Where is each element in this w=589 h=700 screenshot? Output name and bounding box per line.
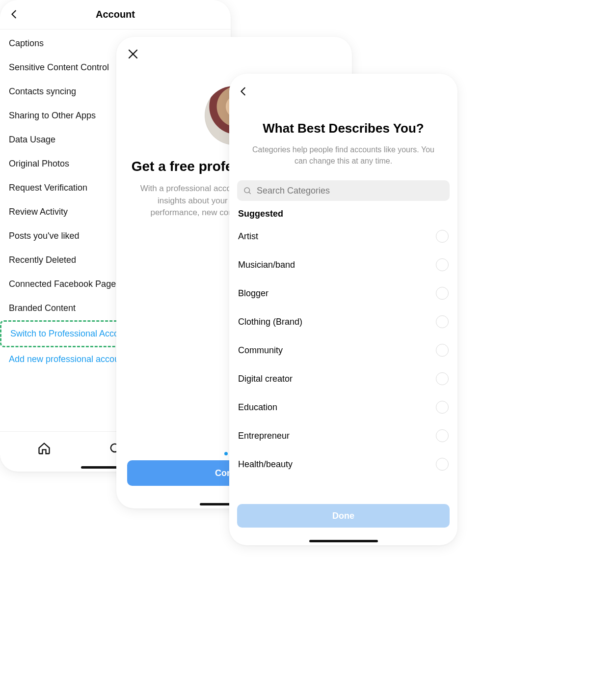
radio-icon[interactable] — [436, 344, 449, 357]
category-option[interactable]: Health/beauty — [238, 450, 449, 478]
back-icon[interactable] — [238, 84, 249, 99]
category-option[interactable]: Clothing (Brand) — [238, 308, 449, 336]
category-label: Digital creator — [238, 374, 293, 384]
category-label: Education — [238, 402, 277, 413]
category-list: Artist Musician/band Blogger Clothing (B… — [229, 222, 457, 478]
close-icon[interactable] — [127, 48, 139, 62]
search-icon — [243, 186, 252, 195]
search-input[interactable] — [256, 185, 444, 196]
radio-icon[interactable] — [436, 258, 449, 271]
category-heading: What Best Describes You? — [229, 121, 457, 136]
category-label: Musician/band — [238, 260, 295, 270]
category-subtext: Categories help people find accounts lik… — [229, 144, 457, 167]
radio-icon[interactable] — [436, 401, 449, 414]
home-indicator — [309, 540, 378, 542]
suggested-label: Suggested — [229, 209, 457, 222]
header: Account — [0, 0, 231, 29]
category-label: Blogger — [238, 288, 268, 299]
done-button[interactable]: Done — [237, 504, 450, 528]
category-option[interactable]: Digital creator — [238, 364, 449, 393]
radio-icon[interactable] — [436, 287, 449, 300]
category-label: Entrepreneur — [238, 431, 290, 441]
category-label: Community — [238, 345, 283, 356]
category-option[interactable]: Musician/band — [238, 251, 449, 279]
category-select-screen: What Best Describes You? Categories help… — [229, 74, 457, 545]
dot-active — [224, 452, 228, 455]
category-option[interactable]: Community — [238, 336, 449, 364]
search-field[interactable] — [237, 180, 450, 201]
page-title: Account — [0, 9, 231, 20]
category-option[interactable]: Blogger — [238, 279, 449, 308]
radio-icon[interactable] — [436, 315, 449, 328]
radio-icon[interactable] — [436, 372, 449, 385]
category-label: Health/beauty — [238, 459, 293, 470]
category-option[interactable]: Artist — [238, 222, 449, 251]
category-option[interactable]: Education — [238, 393, 449, 421]
svg-line-8 — [249, 192, 251, 194]
category-label: Clothing (Brand) — [238, 317, 302, 327]
home-icon[interactable] — [37, 442, 51, 457]
category-option[interactable]: Entrepreneur — [238, 421, 449, 450]
radio-icon[interactable] — [436, 458, 449, 471]
radio-icon[interactable] — [436, 429, 449, 442]
radio-icon[interactable] — [436, 230, 449, 243]
category-label: Artist — [238, 231, 258, 242]
svg-point-7 — [244, 188, 250, 193]
